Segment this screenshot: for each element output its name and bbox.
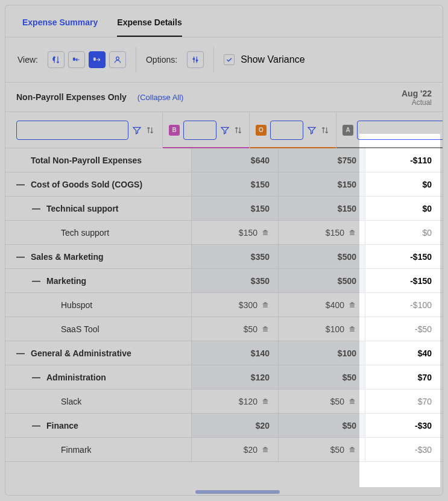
row-label: Tech support (61, 228, 109, 238)
collapse-icon[interactable]: — (32, 276, 39, 286)
table-row: SaaS Tool$50$100-$50 (5, 317, 443, 341)
cell-variance: -$50 (365, 317, 443, 341)
filter-input-variance[interactable] (357, 121, 443, 140)
cell-scenario-b: $640 (192, 148, 279, 172)
badge-o: O (256, 125, 267, 136)
svg-text:$: $ (93, 57, 96, 61)
collapse-icon[interactable]: — (32, 204, 39, 213)
table-row: Hubspot$300$400-$100 (5, 293, 443, 317)
table-row: —General & Administrative$140$100$40 (5, 341, 443, 365)
cell-scenario-b: $50 (192, 317, 279, 341)
period-label: Aug '22 Actual (402, 89, 432, 107)
row-label-cell: —Finance (5, 414, 192, 437)
tab-expense-summary[interactable]: Expense Summary (22, 17, 98, 37)
bank-icon (261, 446, 270, 453)
cell-scenario-b: $20 (192, 414, 279, 437)
bank-icon (261, 326, 270, 332)
table-row: Tech support$150$150$0 (5, 221, 443, 245)
row-label: Technical support (46, 204, 119, 213)
collapse-icon[interactable]: — (32, 373, 39, 382)
arrows-up-down-icon: $ (52, 55, 60, 64)
collapse-icon[interactable]: — (16, 348, 24, 358)
filter-icon[interactable] (307, 125, 317, 135)
table-row: Total Non-Payroll Expenses$640$750-$110 (5, 148, 443, 172)
svg-text:$: $ (53, 58, 55, 61)
tab-expense-details[interactable]: Expense Details (117, 17, 181, 37)
bank-icon (348, 301, 356, 308)
collapse-all-link[interactable]: (Collapse All) (137, 93, 184, 102)
cell-scenario-b: $150 (192, 172, 279, 196)
row-label: Finmark (61, 445, 92, 455)
cell-variance: $40 (365, 341, 443, 365)
row-label-cell: Hubspot (5, 293, 192, 317)
table-row: —Technical support$150$150$0 (5, 197, 443, 221)
view-label: View: (17, 55, 38, 65)
show-variance-label: Show Variance (241, 54, 304, 65)
row-label-cell: —Administration (5, 365, 192, 389)
cell-scenario-b: $150 (192, 221, 279, 244)
tabs: Expense Summary Expense Details (5, 5, 443, 37)
row-label-cell: —Cost of Goods Sold (COGS) (5, 172, 192, 196)
view-export-button[interactable]: $ (89, 51, 106, 68)
bank-icon (348, 326, 356, 332)
row-label: General & Administrative (31, 348, 131, 358)
cell-scenario-o: $150 (279, 221, 365, 244)
bank-icon (261, 301, 270, 308)
view-person-button[interactable] (109, 51, 126, 68)
sort-icon[interactable] (145, 125, 155, 135)
cell-variance: $0 (365, 221, 443, 244)
table-row: —Marketing$350$500-$150 (5, 269, 443, 293)
filter-icon[interactable] (220, 125, 230, 135)
checkbox-checked-icon (224, 54, 235, 65)
cell-variance: -$150 (365, 269, 443, 292)
collapse-icon[interactable]: — (16, 252, 24, 262)
filter-input-o[interactable] (270, 121, 303, 140)
cell-scenario-o: $500 (279, 245, 365, 268)
row-label-cell: —Technical support (5, 197, 192, 220)
person-icon (113, 55, 122, 64)
column-variance: A (336, 112, 443, 148)
cell-scenario-o: $50 (279, 389, 365, 413)
row-label-cell: SaaS Tool (5, 317, 192, 341)
collapse-icon[interactable]: — (16, 180, 24, 189)
view-exchange-button[interactable]: $ (48, 51, 65, 68)
cell-scenario-b: $140 (192, 341, 279, 365)
cell-variance: -$150 (365, 245, 443, 268)
row-label: Cost of Goods Sold (COGS) (31, 180, 142, 189)
dollar-arrow-left-icon: $ (72, 55, 81, 64)
cell-scenario-o: $100 (279, 317, 365, 341)
cell-scenario-o: $150 (279, 172, 365, 196)
sort-icon[interactable] (233, 125, 243, 135)
cell-scenario-o: $150 (279, 197, 365, 220)
row-label: Finance (46, 421, 78, 430)
options-settings-button[interactable] (187, 51, 204, 68)
show-variance-toggle[interactable]: Show Variance (224, 54, 304, 65)
collapse-icon[interactable]: — (32, 421, 39, 430)
sliders-icon (191, 55, 200, 64)
view-import-button[interactable]: $ (68, 51, 85, 68)
row-label: SaaS Tool (61, 324, 99, 334)
row-label: Slack (61, 397, 81, 406)
row-label: Hubspot (61, 300, 92, 310)
toolbar: View: $ $ $ Options: Show Variance (5, 37, 443, 83)
svg-text:$: $ (73, 57, 75, 61)
view-button-group: $ $ $ (48, 51, 126, 68)
search-input[interactable] (16, 121, 128, 140)
horizontal-scrollbar[interactable] (195, 490, 280, 494)
table-row: —Administration$120$50$70 (5, 365, 443, 389)
row-label: Administration (46, 373, 106, 382)
filter-input-b[interactable] (183, 121, 216, 140)
cell-scenario-b: $350 (192, 269, 279, 292)
column-scenario-o: O (250, 112, 336, 148)
dollar-arrow-right-icon: $ (93, 55, 101, 64)
sort-icon[interactable] (320, 125, 330, 135)
period-month: Aug '22 (402, 89, 432, 98)
cell-scenario-b: $150 (192, 197, 279, 220)
bank-icon (261, 229, 270, 236)
row-label-cell: Total Non-Payroll Expenses (5, 148, 192, 172)
data-table-body: Total Non-Payroll Expenses$640$750-$110—… (5, 148, 443, 462)
filter-icon[interactable] (132, 125, 142, 135)
cell-scenario-b: $120 (192, 365, 279, 389)
row-label-cell: —Marketing (5, 269, 192, 292)
cell-scenario-o: $50 (279, 438, 365, 461)
